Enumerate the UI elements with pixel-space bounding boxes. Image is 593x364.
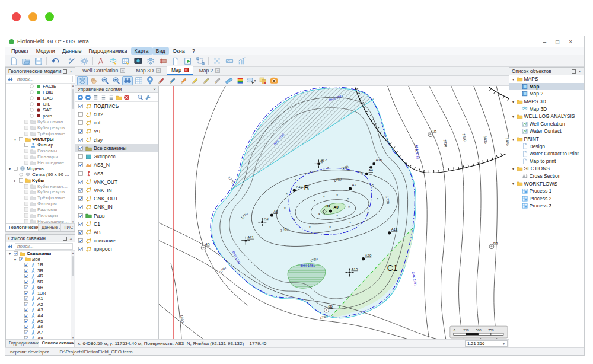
tree-item[interactable]: OIL xyxy=(6,101,75,107)
layer-item[interactable]: C1 xyxy=(75,220,158,228)
tree-item[interactable]: Несоседние с... xyxy=(6,218,75,223)
panel-tab[interactable]: Данные ... xyxy=(39,224,62,231)
checkbox[interactable] xyxy=(24,290,29,296)
radio-button[interactable] xyxy=(29,90,34,95)
checkbox[interactable] xyxy=(24,285,29,290)
pen-khaki-button[interactable] xyxy=(201,76,212,85)
undo-button[interactable] xyxy=(49,56,60,66)
checkbox[interactable] xyxy=(18,178,24,183)
close-panel-icon[interactable]: × xyxy=(578,69,581,74)
layer-item[interactable]: списание xyxy=(75,237,158,245)
checkbox[interactable] xyxy=(18,257,24,262)
tree-item[interactable]: Фильтры xyxy=(6,201,75,207)
tree-item[interactable]: ▾SECTIONS xyxy=(509,165,584,173)
tree-item[interactable]: Map xyxy=(509,83,584,91)
radio-button[interactable] xyxy=(18,172,24,177)
binoculars-button[interactable] xyxy=(122,76,133,85)
scrollbar[interactable]: ▴▾ xyxy=(71,84,75,223)
expander-icon[interactable]: ▾ xyxy=(13,257,17,261)
tree-item[interactable]: A8 xyxy=(6,336,75,340)
layers-stack-button[interactable] xyxy=(77,76,88,85)
expander-icon[interactable]: ▸ xyxy=(13,178,17,183)
tree-item[interactable]: ▾MAPS 3D xyxy=(509,98,584,106)
gear-button[interactable] xyxy=(78,56,90,66)
layer-checkbox[interactable] xyxy=(78,229,84,235)
panel-tab[interactable]: Список скважин xyxy=(39,340,75,347)
layer-item[interactable]: Разв xyxy=(75,211,158,219)
delete-button[interactable] xyxy=(123,94,130,101)
checkbox[interactable] xyxy=(24,307,29,312)
tree-item[interactable]: ▾Модель xyxy=(6,165,75,171)
radio-button[interactable] xyxy=(29,107,34,113)
table-edit-button[interactable] xyxy=(120,56,131,66)
tree-item[interactable]: ▾Все xyxy=(6,257,75,263)
layer-checkbox[interactable] xyxy=(78,187,84,193)
expander-icon[interactable]: ▾ xyxy=(511,167,515,171)
tree-item[interactable]: Process 1 xyxy=(509,187,584,195)
tab-well-correlation[interactable]: Well Correlation× xyxy=(78,66,130,75)
menu-item[interactable]: Проект xyxy=(8,47,33,55)
expander-icon[interactable]: ▾ xyxy=(511,100,515,104)
layer-item[interactable]: AS3 xyxy=(75,170,158,178)
close-tab-icon[interactable]: × xyxy=(156,68,161,73)
tree-item[interactable]: Трёхфазные к... xyxy=(6,195,75,201)
move-down-button[interactable] xyxy=(85,94,91,101)
layer-checkbox[interactable] xyxy=(78,120,84,126)
panel-tab[interactable]: Гидродинамика xyxy=(6,340,39,347)
checkbox[interactable] xyxy=(24,318,29,324)
layer-item[interactable]: clay xyxy=(75,136,158,144)
close-tab-icon[interactable]: × xyxy=(184,68,189,72)
map-view-button[interactable] xyxy=(132,56,144,66)
tree-item[interactable]: Map 3D xyxy=(509,105,584,113)
tree-item[interactable]: Кубы начальн... xyxy=(6,183,75,189)
checkbox[interactable] xyxy=(24,336,29,339)
layer-checkbox[interactable] xyxy=(78,204,84,210)
location-pin-button[interactable] xyxy=(145,76,155,85)
menu-item[interactable]: Вид xyxy=(152,47,169,55)
tree-item[interactable]: Cross Section xyxy=(509,173,584,180)
layer-item[interactable]: УЧ xyxy=(75,127,158,136)
close-panel-icon[interactable]: × xyxy=(153,87,156,92)
magnifier-button[interactable] xyxy=(137,94,144,101)
pen-red-button[interactable] xyxy=(156,76,167,85)
tree-item[interactable]: ▾WELL LOG ANALYSIS xyxy=(509,113,584,120)
doc-button[interactable] xyxy=(170,56,181,66)
scrollbar[interactable]: ▴▾ xyxy=(71,251,75,339)
layers-stack-button[interactable] xyxy=(145,56,156,66)
layer-item[interactable]: Экспресс xyxy=(75,152,158,161)
expander-icon[interactable]: ▾ xyxy=(8,251,12,256)
tree-item[interactable]: SAT xyxy=(6,107,75,113)
tree-item[interactable]: A6 xyxy=(6,324,75,330)
tree-item[interactable]: Сетка (90 x 90 x... xyxy=(6,171,75,177)
tab-map[interactable]: Map× xyxy=(167,66,193,75)
ruler-button[interactable] xyxy=(224,76,234,85)
expander-icon[interactable]: ▾ xyxy=(8,167,12,171)
close-panel-icon[interactable]: × xyxy=(69,69,72,74)
layer-checkbox[interactable] xyxy=(78,238,84,244)
order-a-button[interactable] xyxy=(93,94,99,101)
checkbox[interactable] xyxy=(24,279,29,285)
radio-button[interactable] xyxy=(29,113,34,119)
measure-button[interactable] xyxy=(95,56,106,66)
checkbox[interactable] xyxy=(24,302,29,307)
layer-checkbox[interactable] xyxy=(78,179,84,185)
checkbox[interactable] xyxy=(24,148,29,154)
minimize-button[interactable]: – xyxy=(543,39,547,45)
layer-checkbox[interactable] xyxy=(78,162,84,168)
wells-search-input[interactable] xyxy=(15,243,73,250)
layer-checkbox[interactable] xyxy=(78,171,84,177)
checkbox[interactable] xyxy=(24,268,29,273)
layer-checkbox[interactable] xyxy=(78,196,84,202)
panel-tab[interactable]: ГИС xyxy=(61,224,75,231)
checkbox[interactable] xyxy=(24,189,29,194)
tree-item[interactable]: A1 xyxy=(6,296,75,302)
close-panel-icon[interactable]: × xyxy=(69,236,72,241)
tree-item[interactable]: Process 3 xyxy=(509,202,584,210)
tree-item[interactable]: Пиллары xyxy=(6,154,75,160)
maximize-traffic-icon[interactable] xyxy=(45,12,54,21)
hand-button[interactable] xyxy=(88,76,99,85)
selection-frame-button[interactable] xyxy=(195,56,206,66)
layers-edit-button[interactable] xyxy=(107,56,119,66)
tree-item[interactable]: A4 xyxy=(6,313,75,319)
checkbox[interactable] xyxy=(24,119,29,124)
